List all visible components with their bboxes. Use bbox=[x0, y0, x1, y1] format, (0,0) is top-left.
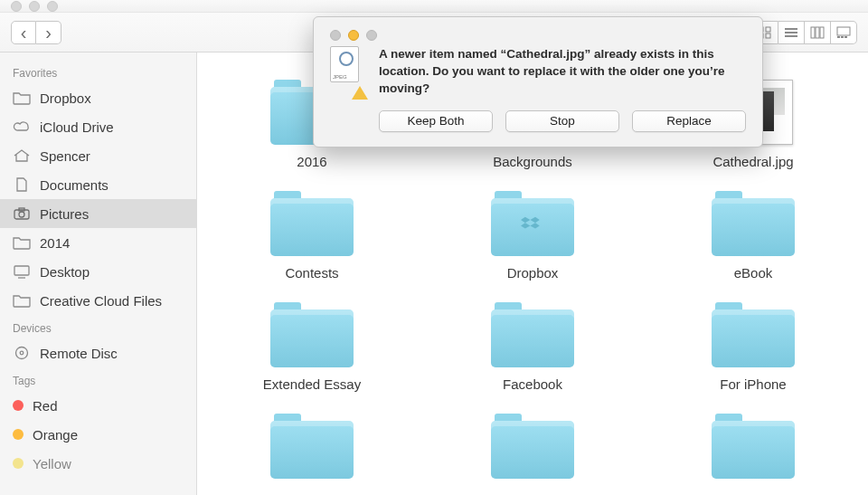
sidebar-item-label: Dropbox bbox=[40, 90, 91, 106]
folder-icon bbox=[491, 191, 574, 256]
sidebar-item-label: Pictures bbox=[40, 206, 89, 222]
svg-rect-8 bbox=[816, 27, 819, 38]
home-icon bbox=[13, 148, 31, 164]
sidebar-item-label: Yellow bbox=[33, 456, 71, 471]
sidebar-item-2014[interactable]: 2014 bbox=[0, 228, 196, 257]
folder-icon bbox=[712, 302, 795, 367]
file-item-label: eBook bbox=[734, 265, 773, 281]
sidebar-section-devices: Devices bbox=[0, 315, 196, 338]
window-titlebar bbox=[0, 0, 868, 13]
svg-rect-9 bbox=[820, 27, 824, 38]
dialog-minimize-button[interactable] bbox=[348, 30, 359, 41]
file-item[interactable] bbox=[436, 414, 629, 488]
svg-rect-1 bbox=[766, 27, 770, 32]
file-item[interactable]: Dropbox bbox=[436, 191, 629, 281]
dialog-message: A newer item named “Cathedral.jpg” alrea… bbox=[379, 46, 746, 98]
tag-dot-icon bbox=[13, 458, 24, 469]
camera-icon bbox=[13, 205, 31, 222]
sidebar-item-label: Desktop bbox=[40, 264, 90, 280]
sidebar-tag-orange[interactable]: Orange bbox=[0, 420, 196, 449]
keep-both-button[interactable]: Keep Both bbox=[379, 110, 493, 132]
svg-rect-17 bbox=[14, 266, 29, 275]
stop-button[interactable]: Stop bbox=[505, 110, 619, 132]
finder-sidebar: Favorites Dropbox iCloud Drive Spencer D… bbox=[0, 52, 197, 495]
folder-icon bbox=[13, 234, 31, 251]
dialog-close-button[interactable] bbox=[330, 30, 341, 41]
tag-dot-icon bbox=[13, 400, 24, 411]
dialog-zoom-button[interactable] bbox=[366, 30, 377, 41]
desktop-icon bbox=[13, 263, 31, 280]
file-item[interactable]: Facebook bbox=[436, 302, 629, 392]
disc-icon bbox=[13, 345, 31, 361]
file-item-label: Dropbox bbox=[507, 265, 559, 281]
sidebar-item-remote-disc[interactable]: Remote Disc bbox=[0, 338, 196, 367]
file-item[interactable]: For iPhone bbox=[656, 302, 850, 392]
file-item-label: Facebook bbox=[503, 376, 562, 392]
gallery-icon bbox=[836, 26, 851, 39]
folder-icon bbox=[270, 191, 354, 256]
view-column-button[interactable] bbox=[805, 21, 831, 44]
folder-icon bbox=[712, 191, 795, 256]
sidebar-item-home[interactable]: Spencer bbox=[0, 141, 196, 170]
replace-button[interactable]: Replace bbox=[632, 110, 746, 132]
sidebar-tag-red[interactable]: Red bbox=[0, 391, 196, 420]
file-item[interactable]: Contests bbox=[215, 191, 409, 281]
sidebar-item-desktop[interactable]: Desktop bbox=[0, 257, 196, 286]
cloud-icon bbox=[13, 119, 31, 135]
columns-icon bbox=[810, 26, 825, 39]
sidebar-item-documents[interactable]: Documents bbox=[0, 170, 196, 199]
svg-rect-13 bbox=[844, 36, 847, 38]
file-item-label: 2016 bbox=[297, 154, 326, 169]
svg-point-15 bbox=[19, 212, 24, 217]
file-item[interactable]: eBook bbox=[656, 191, 850, 281]
file-item-label: Extended Essay bbox=[263, 376, 361, 392]
sidebar-section-favorites: Favorites bbox=[0, 60, 196, 83]
window-close-button[interactable] bbox=[11, 1, 22, 12]
chevron-left-icon: ‹ bbox=[21, 24, 27, 42]
svg-rect-7 bbox=[811, 27, 815, 38]
sidebar-item-label: Documents bbox=[40, 177, 108, 193]
sidebar-item-pictures[interactable]: Pictures bbox=[0, 199, 196, 228]
file-item[interactable] bbox=[656, 414, 850, 488]
file-item-label: Backgrounds bbox=[493, 154, 572, 169]
svg-rect-12 bbox=[841, 36, 844, 38]
svg-point-19 bbox=[16, 347, 28, 359]
sidebar-item-icloud[interactable]: iCloud Drive bbox=[0, 112, 196, 141]
dropbox-glyph-icon bbox=[521, 215, 544, 235]
file-item-label: Cathedral.jpg bbox=[712, 154, 793, 169]
forward-button[interactable]: › bbox=[36, 21, 61, 44]
file-item-label: Contests bbox=[285, 265, 338, 281]
folder-icon bbox=[712, 414, 795, 479]
window-zoom-button[interactable] bbox=[47, 1, 58, 12]
sidebar-item-ccf[interactable]: Creative Cloud Files bbox=[0, 286, 196, 315]
svg-rect-10 bbox=[837, 27, 850, 35]
folder-icon bbox=[13, 292, 31, 309]
sidebar-item-dropbox[interactable]: Dropbox bbox=[0, 83, 196, 112]
svg-point-20 bbox=[20, 351, 24, 355]
folder-icon bbox=[491, 414, 574, 479]
chevron-right-icon: › bbox=[45, 24, 52, 42]
folder-icon bbox=[270, 414, 354, 479]
tag-dot-icon bbox=[13, 429, 24, 440]
svg-rect-11 bbox=[837, 36, 840, 38]
folder-icon bbox=[270, 302, 354, 367]
sidebar-item-label: iCloud Drive bbox=[40, 119, 114, 135]
replace-file-dialog: A newer item named “Cathedral.jpg” alrea… bbox=[313, 16, 763, 148]
view-list-button[interactable] bbox=[778, 21, 805, 44]
svg-rect-3 bbox=[766, 33, 770, 38]
folder-icon bbox=[13, 90, 31, 106]
sidebar-item-label: Orange bbox=[33, 427, 78, 443]
window-minimize-button[interactable] bbox=[29, 1, 40, 12]
sidebar-item-label: Creative Cloud Files bbox=[40, 293, 162, 309]
file-item-label: For iPhone bbox=[720, 376, 786, 392]
view-gallery-button[interactable] bbox=[831, 21, 857, 44]
file-item[interactable]: Extended Essay bbox=[215, 302, 409, 392]
file-item[interactable] bbox=[215, 414, 409, 488]
list-icon bbox=[784, 26, 798, 39]
folder-icon bbox=[491, 302, 574, 367]
document-icon bbox=[13, 176, 31, 193]
sidebar-tag-yellow[interactable]: Yellow bbox=[0, 449, 196, 478]
dialog-file-icon bbox=[330, 46, 366, 98]
sidebar-section-tags: Tags bbox=[0, 367, 196, 391]
back-button[interactable]: ‹ bbox=[11, 21, 36, 44]
